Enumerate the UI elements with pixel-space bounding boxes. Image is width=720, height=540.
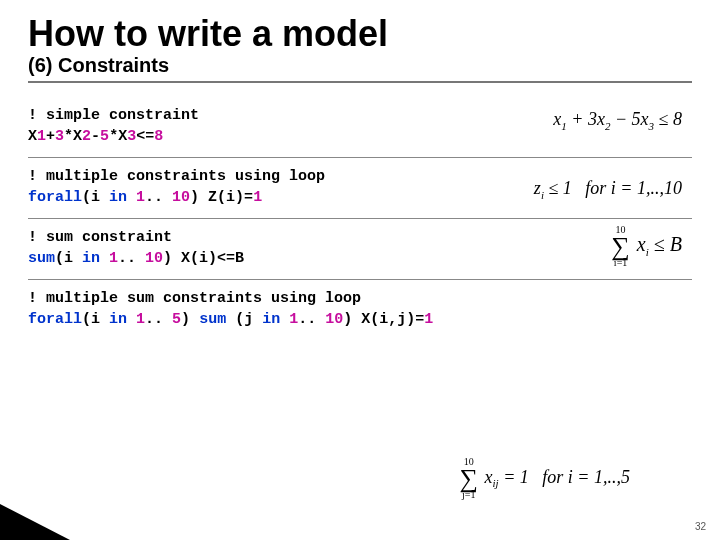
sigma-icon: ∑ bbox=[611, 235, 630, 258]
math-1: x1 + 3x2 − 5x3 ≤ 8 bbox=[553, 109, 682, 132]
math-4: 10 ∑ j=1 xij = 1 for i = 1,..,5 bbox=[460, 457, 631, 500]
code-3: sum(i in 1.. 10) X(i)<=B bbox=[28, 248, 692, 269]
math-3: 10 ∑ i=1 xi ≤ B bbox=[611, 225, 682, 268]
code-4: forall(i in 1.. 5) sum (j in 1.. 10) X(i… bbox=[28, 309, 692, 330]
block-forall: ! multiple constraints using loop forall… bbox=[28, 158, 692, 219]
sigma-bot-3: i=1 bbox=[611, 258, 630, 268]
slide-title: How to write a model bbox=[28, 14, 692, 54]
block-sum: ! sum constraint sum(i in 1.. 10) X(i)<=… bbox=[28, 219, 692, 280]
block-simple: ! simple constraint X1+3*X2-5*X3<=8 x1 +… bbox=[28, 97, 692, 158]
page-number: 32 bbox=[695, 521, 706, 532]
math-2: zi ≤ 1 for i = 1,..,10 bbox=[534, 178, 682, 201]
slide-subtitle: (6) Constraints bbox=[28, 54, 692, 83]
comment-4: ! multiple sum constraints using loop bbox=[28, 288, 692, 309]
corner-decoration bbox=[0, 504, 70, 540]
block-forall-sum: ! multiple sum constraints using loop fo… bbox=[28, 280, 692, 340]
sigma-icon: ∑ bbox=[460, 467, 479, 490]
sigma-bot-4: j=1 bbox=[460, 490, 479, 500]
comment-3: ! sum constraint bbox=[28, 227, 692, 248]
